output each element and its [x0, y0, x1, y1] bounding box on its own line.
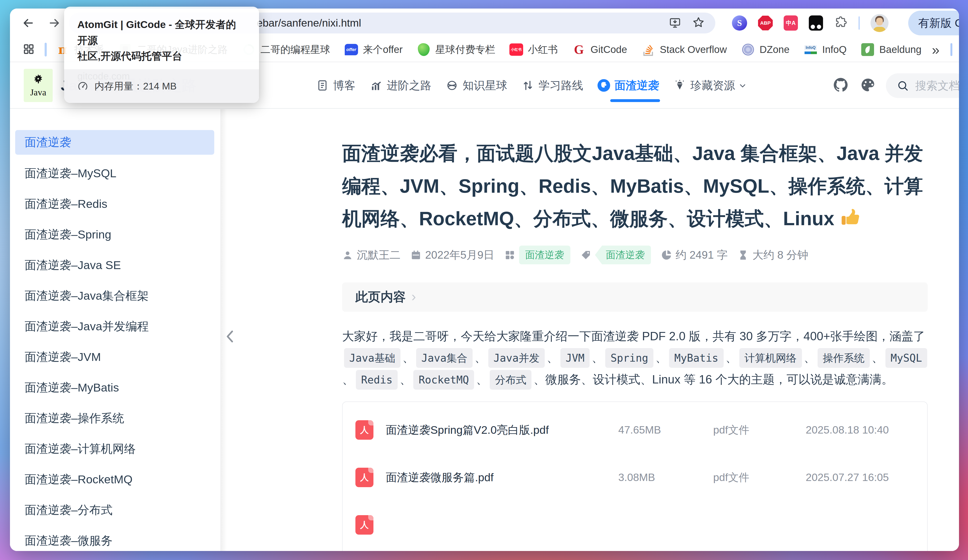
install-app-icon[interactable] — [669, 17, 681, 30]
profile-avatar[interactable] — [870, 14, 888, 32]
inline-code-tag: Redis — [356, 370, 398, 389]
sidebar-item[interactable]: 面渣逆袭–MyBatis — [10, 372, 220, 403]
bookmark-label: Stack Overflow — [660, 44, 727, 55]
adblock-plus-extension-icon[interactable]: ABP — [758, 16, 773, 30]
sidebar-item[interactable]: 面渣逆袭–Java集合框架 — [10, 280, 220, 311]
sider-extension-icon[interactable]: S — [732, 15, 747, 31]
paragraph-text: 、 — [399, 373, 411, 386]
nav-item-进阶之路[interactable]: 进阶之路 — [369, 78, 431, 93]
chrome-update-button[interactable]: 有新版 Chr — [908, 11, 959, 35]
tag-item[interactable]: 面渣逆袭 — [580, 245, 651, 264]
sidebar-collapse-button[interactable] — [224, 330, 236, 345]
forward-arrow-icon — [48, 16, 61, 30]
category-item[interactable]: 面渣逆袭 — [504, 245, 570, 264]
word-count-item: 约 2491 字 — [661, 248, 728, 262]
sidebar-item[interactable]: 面渣逆袭 — [15, 130, 214, 155]
sidebar-item-label: 面渣逆袭–微服务 — [25, 533, 113, 548]
github-icon[interactable] — [833, 77, 849, 94]
bookmark-star-icon[interactable] — [692, 16, 705, 30]
bookmarks-separator — [45, 43, 47, 56]
baeldung-icon — [861, 43, 875, 56]
pdf-file-name[interactable]: 面渣逆袭Spring篇V2.0亮白版.pdf — [386, 422, 618, 437]
pdf-file-row[interactable]: 人面渣逆袭微服务篇.pdf3.08MBpdf文件2025.07.27 16:05 — [343, 454, 927, 501]
category-badge[interactable]: 面渣逆袭 — [519, 245, 570, 264]
paragraph-text: 、 — [804, 351, 816, 364]
sidebar-item[interactable]: 面渣逆袭–Redis — [10, 189, 220, 219]
pdf-file-size: 3.08MB — [618, 471, 713, 484]
sidebar-item[interactable]: 面渣逆袭–分布式 — [10, 495, 220, 525]
word-count: 约 2491 字 — [676, 248, 728, 262]
pdf-file-name[interactable]: 面渣逆袭微服务篇.pdf — [386, 470, 618, 485]
pdf-file-icon: 人 — [355, 468, 386, 487]
caret-down-icon — [739, 79, 746, 92]
article-title: 面渣逆袭必看，面试题八股文Java基础、Java 集合框架、Java 并发编程、… — [342, 137, 930, 235]
tag-badge[interactable]: 面渣逆袭 — [595, 245, 651, 264]
article-main: 面渣逆袭必看，面试题八股文Java基础、Java 集合框架、Java 并发编程、… — [241, 109, 959, 551]
sidebar-item[interactable]: 面渣逆袭–计算机网络 — [10, 434, 220, 464]
site-logo[interactable]: Java — [24, 69, 53, 102]
bookmark-item[interactable]: 小红书小红书 — [509, 43, 558, 56]
bookmark-label: 二哥的编程星球 — [260, 43, 330, 56]
sidebar: 面渣逆袭面渣逆袭–MySQL面渣逆袭–Redis面渣逆袭–Spring面渣逆袭–… — [10, 109, 220, 551]
bookmark-item[interactable]: Stack Overflow — [641, 43, 727, 56]
main-nav: 博客进阶之路知识星球学习路线面渣逆袭珍藏资源 — [315, 63, 746, 108]
sidebar-item-label: 面渣逆袭 — [25, 134, 71, 150]
extensions-puzzle-icon[interactable] — [834, 16, 848, 30]
pdf-file-date: 2025.08.18 10:40 — [806, 424, 927, 436]
calendar-icon — [411, 250, 421, 260]
bookmark-item[interactable]: Baeldung — [861, 43, 922, 56]
paragraph-text: 、 — [342, 373, 354, 386]
pdf-file-size: 47.65MB — [618, 424, 713, 436]
pdf-file-row-partial[interactable]: 人 — [343, 501, 927, 548]
nav-item-知识星球[interactable]: 知识星球 — [445, 78, 507, 93]
nav-item-学习路线[interactable]: 学习路线 — [521, 78, 583, 93]
sidebar-item[interactable]: 面渣逆袭–Spring — [10, 219, 220, 250]
bookmarks-edge-bar — [950, 43, 952, 56]
bookmark-label: InfoQ — [822, 44, 847, 55]
back-button[interactable] — [22, 8, 35, 38]
xiaohongshu-icon: 小红书 — [509, 43, 523, 56]
bookmark-item[interactable]: InfoQInfoQ — [804, 43, 847, 56]
nav-item-珍藏资源[interactable]: 珍藏资源 — [673, 78, 746, 93]
sidebar-item[interactable]: 面渣逆袭–操作系统 — [10, 403, 220, 434]
page-toc-box[interactable]: 此页内容 › — [342, 282, 928, 312]
bookmarks-overflow-chevron[interactable]: » — [932, 42, 940, 58]
nav-item-面渣逆袭[interactable]: 面渣逆袭 — [597, 78, 659, 93]
bookmark-label: GitCode — [590, 44, 627, 55]
sidebar-item[interactable]: 面渣逆袭–RocketMQ — [10, 464, 220, 495]
translate-extension-icon[interactable]: 中A — [784, 15, 798, 31]
bookmark-item[interactable]: offer来个offer — [345, 43, 403, 56]
dark-extension-icon[interactable] — [809, 15, 823, 31]
sidebar-item[interactable]: 面渣逆袭–JVM — [10, 342, 220, 372]
sidebar-item[interactable]: 面渣逆袭–MySQL — [10, 158, 220, 189]
apps-grid-icon[interactable] — [22, 43, 35, 56]
sidebar-item-label: 面渣逆袭–RocketMQ — [25, 472, 133, 487]
fist-icon — [597, 78, 611, 92]
bookmark-label: 来个offer — [363, 43, 403, 56]
toc-label: 此页内容 — [355, 288, 406, 306]
search-input[interactable]: 搜索文档 — [886, 73, 959, 98]
paragraph-text: 、 — [872, 351, 883, 364]
bookmark-item[interactable]: 星球付费专栏 — [417, 43, 495, 56]
theme-palette-icon[interactable] — [860, 77, 875, 93]
infoq-icon: InfoQ — [804, 43, 817, 56]
sidebar-item[interactable]: 面渣逆袭–Java SE — [10, 250, 220, 280]
gem-icon — [673, 78, 686, 92]
bookmark-label: 小红书 — [528, 43, 558, 56]
url-text[interactable]: ebar/sanfene/nixi.html — [257, 17, 361, 29]
sidebar-item-label: 面渣逆袭–Redis — [25, 196, 108, 212]
chart-icon — [369, 78, 383, 92]
pdf-file-row[interactable]: 人面渣逆袭Spring篇V2.0亮白版.pdf47.65MBpdf文件2025.… — [343, 406, 927, 454]
nav-item-博客[interactable]: 博客 — [315, 78, 355, 93]
paragraph-text: 、 — [726, 351, 738, 364]
forward-button[interactable] — [48, 8, 61, 38]
bookmark-item[interactable]: GGitCode — [572, 43, 627, 56]
green-planet-icon — [417, 43, 431, 56]
bookmark-item[interactable]: DZone — [741, 43, 790, 56]
date-item: 2022年5月9日 — [411, 248, 494, 262]
doc-icon — [315, 78, 329, 92]
category-icon — [504, 250, 515, 260]
tooltip-title: AtomGit | GitCode - 全球开发者的开源 社区,开源代码托管平台 — [77, 17, 246, 64]
sidebar-item[interactable]: 面渣逆袭–微服务 — [10, 525, 220, 551]
sidebar-item[interactable]: 面渣逆袭–Java并发编程 — [10, 311, 220, 342]
